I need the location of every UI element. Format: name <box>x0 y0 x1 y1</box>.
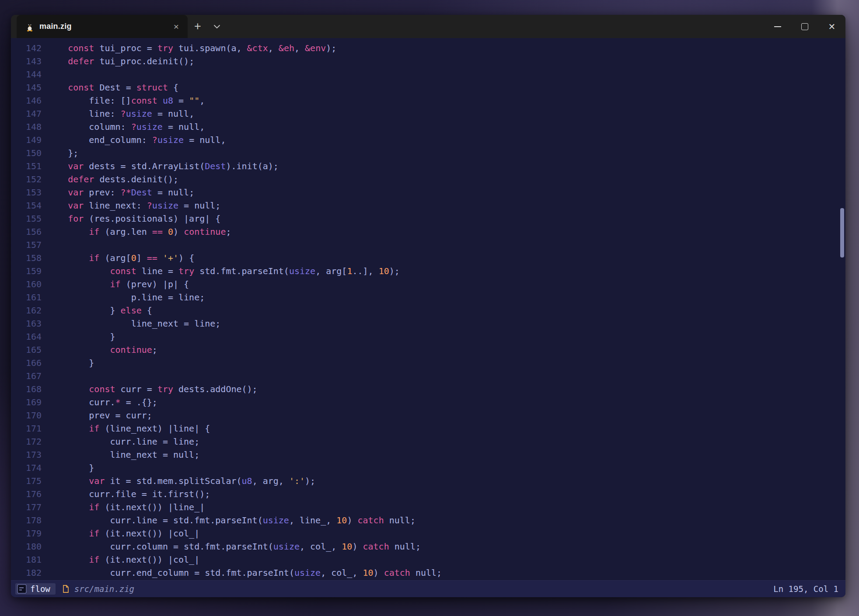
code-text: curr.end_column = std.fmt.parseInt(usize… <box>47 566 442 579</box>
code-text: p.line = line; <box>47 291 205 304</box>
code-line[interactable]: 167 <box>11 369 845 383</box>
code-line[interactable]: 158 if (arg[0] == '+') { <box>11 251 845 264</box>
code-line[interactable]: 180 curr.column = std.fmt.parseInt(usize… <box>11 540 845 553</box>
code-token: try <box>178 266 194 276</box>
code-line[interactable]: 159 const line = try std.fmt.parseInt(us… <box>11 264 845 278</box>
code-token: = null, <box>152 108 194 119</box>
code-token: end_column: <box>47 135 152 145</box>
code-token: , <box>294 43 305 53</box>
code-line[interactable]: 164 } <box>11 330 845 343</box>
tab-close-icon[interactable]: × <box>171 21 182 32</box>
code-text: continue; <box>47 343 157 356</box>
code-editor[interactable]: 142 const tui_proc = try tui.spawn(a, &c… <box>11 38 845 580</box>
code-line[interactable]: 179 if (it.next()) |col_| <box>11 527 845 540</box>
code-line[interactable]: 165 continue; <box>11 343 845 356</box>
code-token <box>163 226 168 237</box>
line-number: 146 <box>11 94 42 107</box>
code-token: tui_proc.deinit(); <box>94 56 194 66</box>
code-text: file: []const u8 = "", <box>47 94 205 107</box>
code-line[interactable]: 144 <box>11 68 845 81</box>
code-token: column: <box>47 122 131 132</box>
titlebar-drag-area[interactable] <box>226 15 764 38</box>
code-line[interactable]: 157 <box>11 238 845 251</box>
code-line[interactable]: 156 if (arg.len == 0) continue; <box>11 225 845 238</box>
code-text: curr.line = line; <box>47 435 199 448</box>
code-token: 0 <box>131 253 136 263</box>
code-token: ) <box>352 541 363 552</box>
code-line[interactable]: 150 }; <box>11 146 845 160</box>
code-line[interactable]: 168 const curr = try dests.addOne(); <box>11 383 845 396</box>
code-line[interactable]: 148 column: ?usize = null, <box>11 120 845 133</box>
code-text: const tui_proc = try tui.spawn(a, &ctx, … <box>47 42 336 55</box>
code-token: catch <box>357 515 384 526</box>
code-line[interactable]: 143 defer tui_proc.deinit(); <box>11 55 845 68</box>
code-line[interactable]: 142 const tui_proc = try tui.spawn(a, &c… <box>11 42 845 55</box>
line-number: 160 <box>11 278 42 291</box>
code-line[interactable]: 175 var it = std.mem.splitScalar(u8, arg… <box>11 474 845 487</box>
code-line[interactable]: 166 } <box>11 356 845 369</box>
code-line[interactable]: 151 var dests = std.ArrayList(Dest).init… <box>11 160 845 173</box>
code-line[interactable]: 170 prev = curr; <box>11 409 845 422</box>
line-number: 180 <box>11 540 42 553</box>
code-text: end_column: ?usize = null, <box>47 133 226 146</box>
code-line[interactable]: 178 curr.line = std.fmt.parseInt(usize, … <box>11 514 845 527</box>
close-button[interactable]: ✕ <box>818 15 845 38</box>
code-line[interactable]: 172 curr.line = line; <box>11 435 845 448</box>
code-line[interactable]: 153 var prev: ?*Dest = null; <box>11 186 845 199</box>
code-token <box>47 528 89 539</box>
code-line[interactable]: 174 } <box>11 461 845 474</box>
tab-main-zig[interactable]: main.zig × <box>17 15 188 38</box>
mode-indicator[interactable]: flow <box>15 583 56 595</box>
line-number: 154 <box>11 199 42 212</box>
code-line[interactable]: 176 curr.file = it.first(); <box>11 487 845 501</box>
close-icon: ✕ <box>828 22 836 31</box>
line-number: 172 <box>11 435 42 448</box>
code-line[interactable]: 177 if (it.next()) |line_| <box>11 501 845 514</box>
file-modified-icon <box>63 585 69 593</box>
code-line[interactable]: 163 line_next = line; <box>11 317 845 330</box>
code-token: const <box>68 82 94 93</box>
code-token: ) <box>173 226 184 237</box>
line-number: 143 <box>11 55 42 68</box>
code-line[interactable]: 161 p.line = line; <box>11 291 845 304</box>
code-token: ? <box>147 200 152 211</box>
code-text: prev = curr; <box>47 409 152 422</box>
desktop: { "titlebar": { "tab_title": "main.zig",… <box>0 0 859 616</box>
code-line[interactable]: 152 defer dests.deinit(); <box>11 173 845 186</box>
code-token: curr.line = std.fmt.parseInt( <box>47 515 263 526</box>
titlebar[interactable]: main.zig × + ✕ <box>11 15 845 38</box>
line-number: 181 <box>11 553 42 566</box>
code-token <box>47 43 68 53</box>
code-line[interactable]: 149 end_column: ?usize = null, <box>11 133 845 146</box>
code-line[interactable]: 147 line: ?usize = null, <box>11 107 845 120</box>
new-tab-button[interactable]: + <box>188 15 208 38</box>
code-line[interactable]: 171 if (line_next) |line| { <box>11 422 845 435</box>
code-line[interactable]: 181 if (it.next()) |col_| <box>11 553 845 566</box>
code-line[interactable]: 154 var line_next: ?usize = null; <box>11 199 845 212</box>
code-token: = .{}; <box>121 397 157 407</box>
tab-list-dropdown-button[interactable] <box>208 15 226 38</box>
code-token: , col_, <box>321 567 363 578</box>
minimize-button[interactable] <box>764 15 791 38</box>
code-line[interactable]: 160 if (prev) |p| { <box>11 278 845 291</box>
maximize-button[interactable] <box>791 15 818 38</box>
code-line[interactable]: 145 const Dest = struct { <box>11 81 845 94</box>
code-token: 1 <box>347 266 352 276</box>
code-token: var <box>89 476 105 486</box>
code-token <box>47 476 89 486</box>
code-line[interactable]: 146 file: []const u8 = "", <box>11 94 845 107</box>
code-line[interactable]: 155 for (res.positionals) |arg| { <box>11 212 845 225</box>
code-line[interactable]: 173 line_next = null; <box>11 448 845 461</box>
scrollbar-thumb[interactable] <box>840 208 844 258</box>
code-token: line_next: <box>84 200 147 211</box>
code-line[interactable]: 182 curr.end_column = std.fmt.parseInt(u… <box>11 566 845 579</box>
code-token: if <box>89 253 99 263</box>
code-line[interactable]: 162 } else { <box>11 304 845 317</box>
code-token: }; <box>47 148 78 158</box>
code-line[interactable]: 169 curr.* = .{}; <box>11 396 845 409</box>
line-number: 155 <box>11 212 42 225</box>
code-token: usize <box>152 200 178 211</box>
code-token: catch <box>363 541 389 552</box>
code-token: usize <box>294 567 321 578</box>
code-text: defer tui_proc.deinit(); <box>47 55 194 68</box>
